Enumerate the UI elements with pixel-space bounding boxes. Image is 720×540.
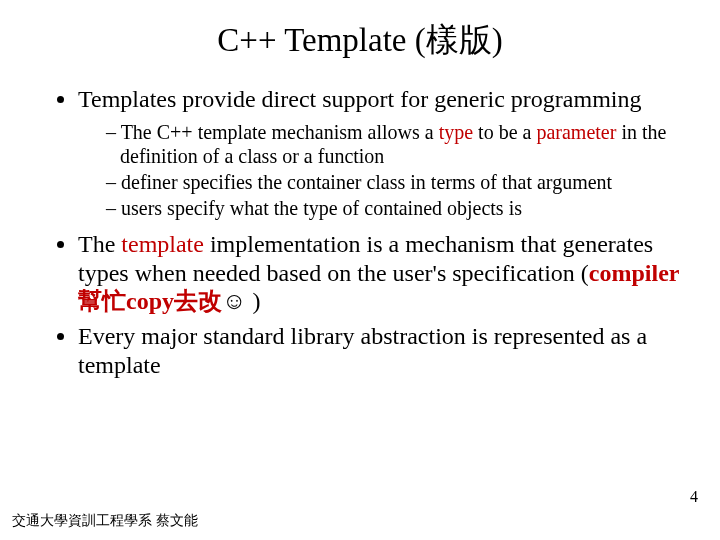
bullet-1-text: Templates provide direct support for gen… bbox=[78, 86, 641, 112]
sub-1a: The C++ template mechanism allows a type… bbox=[106, 120, 680, 168]
bullet-list: Templates provide direct support for gen… bbox=[52, 85, 680, 380]
page-number: 4 bbox=[690, 488, 698, 506]
bullet-2: The template implementation is a mechani… bbox=[78, 230, 680, 316]
sub-1b: definer specifies the container class in… bbox=[106, 170, 680, 194]
bullet-3: Every major standard library abstraction… bbox=[78, 322, 680, 380]
sub-1a-type: type bbox=[439, 121, 473, 143]
sub-1c: users specify what the type of contained… bbox=[106, 196, 680, 220]
footer-text: 交通大學資訓工程學系 蔡文能 bbox=[12, 512, 198, 530]
bullet-2-pre: The bbox=[78, 231, 121, 257]
smile-icon: ☺ bbox=[222, 288, 247, 314]
slide-title: C++ Template (樣版) bbox=[40, 18, 680, 63]
bullet-1: Templates provide direct support for gen… bbox=[78, 85, 680, 220]
bullet-2-end: ) bbox=[247, 288, 261, 314]
bullet-2-template: template bbox=[121, 231, 204, 257]
sub-1a-param: parameter bbox=[536, 121, 616, 143]
sub-list-1: The C++ template mechanism allows a type… bbox=[78, 120, 680, 220]
sub-1a-mid: to be a bbox=[473, 121, 536, 143]
sub-1a-pre: The C++ template mechanism allows a bbox=[121, 121, 439, 143]
